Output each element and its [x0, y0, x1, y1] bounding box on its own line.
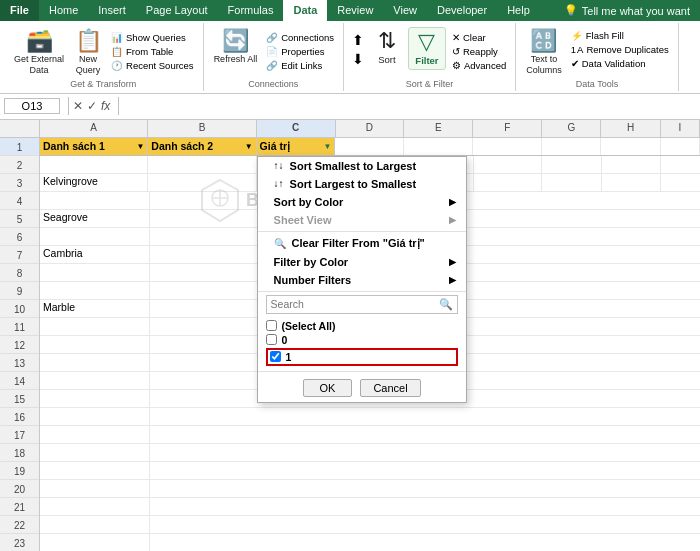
get-external-data-button[interactable]: 🗃️ Get ExternalData	[10, 27, 68, 79]
row-header-9[interactable]: 9	[0, 282, 39, 300]
row-header-19[interactable]: 19	[0, 462, 39, 480]
cell-h2[interactable]	[602, 156, 661, 173]
sort-asc-item[interactable]: ↑↓ Sort Smallest to Largest	[258, 157, 466, 175]
col-header-d[interactable]: D	[336, 120, 405, 137]
row-header-23[interactable]: 23	[0, 534, 39, 551]
tab-file[interactable]: File	[0, 0, 39, 21]
sort-by-color-item[interactable]: Sort by Color ▶	[258, 193, 466, 211]
connections-button[interactable]: 🔗 Connections	[263, 31, 337, 44]
new-query-button[interactable]: 📋 NewQuery	[70, 27, 106, 79]
cancel-formula-icon[interactable]: ✕	[73, 99, 83, 113]
cell-i3[interactable]	[661, 174, 700, 191]
col-header-i[interactable]: I	[661, 120, 700, 137]
checkbox-select-all[interactable]: (Select All)	[266, 319, 458, 333]
row-header-7[interactable]: 7	[0, 246, 39, 264]
cell-reference-input[interactable]	[4, 98, 60, 114]
row-header-22[interactable]: 22	[0, 516, 39, 534]
cell-a3[interactable]: Kelvingrove	[40, 174, 148, 191]
row-header-16[interactable]: 16	[0, 408, 39, 426]
clear-button[interactable]: ✕ Clear	[449, 31, 509, 44]
row-header-8[interactable]: 8	[0, 264, 39, 282]
row-header-3[interactable]: 3	[0, 174, 39, 192]
col-header-g[interactable]: G	[542, 120, 601, 137]
col-header-e[interactable]: E	[404, 120, 473, 137]
row-header-1[interactable]: 1	[0, 138, 39, 156]
cell-a8[interactable]	[40, 264, 150, 281]
advanced-button[interactable]: ⚙ Advanced	[449, 59, 509, 72]
col-header-c[interactable]: C	[257, 120, 336, 137]
cell-h3[interactable]	[602, 174, 661, 191]
cell-a2[interactable]	[40, 156, 148, 173]
cell-a1[interactable]: Danh sách 1 ▼	[40, 138, 148, 155]
cell-g1[interactable]	[542, 138, 601, 155]
filter-arrow-b1[interactable]: ▼	[245, 142, 253, 151]
show-queries-button[interactable]: 📊 Show Queries	[108, 31, 197, 44]
filter-button[interactable]: ▽ Filter	[408, 27, 446, 70]
row-header-5[interactable]: 5	[0, 210, 39, 228]
tab-data[interactable]: Data	[283, 0, 327, 21]
cell-b5[interactable]	[150, 210, 260, 227]
col-header-f[interactable]: F	[473, 120, 542, 137]
sort-az-button[interactable]: ⬆	[350, 31, 366, 49]
row-header-10[interactable]: 10	[0, 300, 39, 318]
filter-arrow-c1[interactable]: ▼	[323, 142, 331, 151]
reapply-button[interactable]: ↺ Reapply	[449, 45, 509, 58]
cell-i2[interactable]	[661, 156, 700, 173]
number-filters-item[interactable]: Number Filters ▶	[258, 271, 466, 289]
cell-f3[interactable]	[474, 174, 543, 191]
refresh-all-button[interactable]: 🔄 Refresh All	[210, 27, 262, 79]
cell-a5[interactable]: Seagrove	[40, 210, 150, 227]
row-header-12[interactable]: 12	[0, 336, 39, 354]
tab-home[interactable]: Home	[39, 0, 88, 21]
function-icon[interactable]: fx	[101, 99, 110, 113]
tab-formulas[interactable]: Formulas	[218, 0, 284, 21]
flash-fill-button[interactable]: ⚡ Flash Fill	[568, 29, 672, 42]
cell-i1[interactable]	[661, 138, 700, 155]
tab-review[interactable]: Review	[327, 0, 383, 21]
cell-f2[interactable]	[474, 156, 543, 173]
cancel-button[interactable]: Cancel	[360, 379, 420, 397]
col-header-a[interactable]: A	[40, 120, 148, 137]
cell-b7[interactable]	[150, 246, 260, 263]
checkbox-1-highlighted[interactable]: 1	[266, 348, 458, 366]
clear-filter-item[interactable]: 🔍 Clear Filter From "Giá trị"	[258, 234, 466, 253]
col-header-b[interactable]: B	[148, 120, 256, 137]
data-validation-button[interactable]: ✔ Data Validation	[568, 57, 672, 70]
from-table-button[interactable]: 📋 From Table	[108, 45, 197, 58]
cell-a7[interactable]: Cambria	[40, 246, 150, 263]
cell-d1[interactable]	[335, 138, 404, 155]
cell-a6[interactable]	[40, 228, 150, 245]
cell-a9[interactable]	[40, 282, 150, 299]
sort-button[interactable]: ⇅ Sort	[369, 27, 405, 68]
row-header-14[interactable]: 14	[0, 372, 39, 390]
properties-button[interactable]: 📄 Properties	[263, 45, 337, 58]
text-to-columns-button[interactable]: 🔠 Text toColumns	[522, 27, 566, 79]
checkbox-0[interactable]: 0	[266, 333, 458, 347]
row-header-17[interactable]: 17	[0, 426, 39, 444]
cell-e1[interactable]	[404, 138, 473, 155]
tell-me[interactable]: 💡 Tell me what you want	[554, 0, 700, 21]
tab-page-layout[interactable]: Page Layout	[136, 0, 218, 21]
cell-b1[interactable]: Danh sách 2 ▼	[148, 138, 256, 155]
formula-input[interactable]	[123, 100, 696, 112]
tab-developer[interactable]: Developer	[427, 0, 497, 21]
row-header-20[interactable]: 20	[0, 480, 39, 498]
row-header-11[interactable]: 11	[0, 318, 39, 336]
filter-by-color-item[interactable]: Filter by Color ▶	[258, 253, 466, 271]
col-header-h[interactable]: H	[601, 120, 660, 137]
cell-h1[interactable]	[601, 138, 660, 155]
cell-b4[interactable]	[150, 192, 260, 209]
cell-c1[interactable]: Giá trị ▼ ↑↓ Sort Smallest to Largest ↓↑…	[257, 138, 336, 155]
row-header-21[interactable]: 21	[0, 498, 39, 516]
cell-b6[interactable]	[150, 228, 260, 245]
cell-a4[interactable]	[40, 192, 150, 209]
row-header-2[interactable]: 2	[0, 156, 39, 174]
tab-insert[interactable]: Insert	[88, 0, 136, 21]
remove-duplicates-button[interactable]: 1 A Remove Duplicates	[568, 43, 672, 56]
cell-b3[interactable]	[148, 174, 256, 191]
recent-sources-button[interactable]: 🕐 Recent Sources	[108, 59, 197, 72]
cell-f1[interactable]	[473, 138, 542, 155]
cell-g3[interactable]	[542, 174, 601, 191]
row-header-13[interactable]: 13	[0, 354, 39, 372]
row-header-15[interactable]: 15	[0, 390, 39, 408]
